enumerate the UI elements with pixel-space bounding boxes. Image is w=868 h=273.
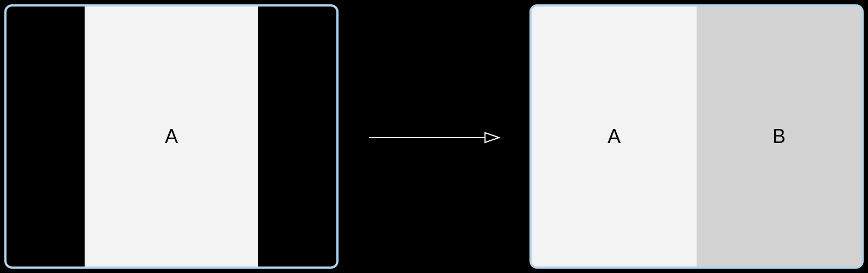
panel-before: A bbox=[4, 4, 339, 269]
label-a-before: A bbox=[165, 125, 178, 148]
region-b-after: B bbox=[697, 6, 861, 266]
panel-after: A B bbox=[529, 4, 864, 269]
region-a-after: A bbox=[532, 6, 697, 266]
label-a-after: A bbox=[608, 125, 621, 148]
label-b-after: B bbox=[773, 125, 786, 148]
region-a-before: A bbox=[85, 6, 258, 266]
letterbox-right bbox=[258, 6, 336, 266]
svg-marker-1 bbox=[485, 133, 499, 142]
letterbox-left bbox=[7, 6, 85, 266]
arrow-icon bbox=[369, 132, 499, 143]
